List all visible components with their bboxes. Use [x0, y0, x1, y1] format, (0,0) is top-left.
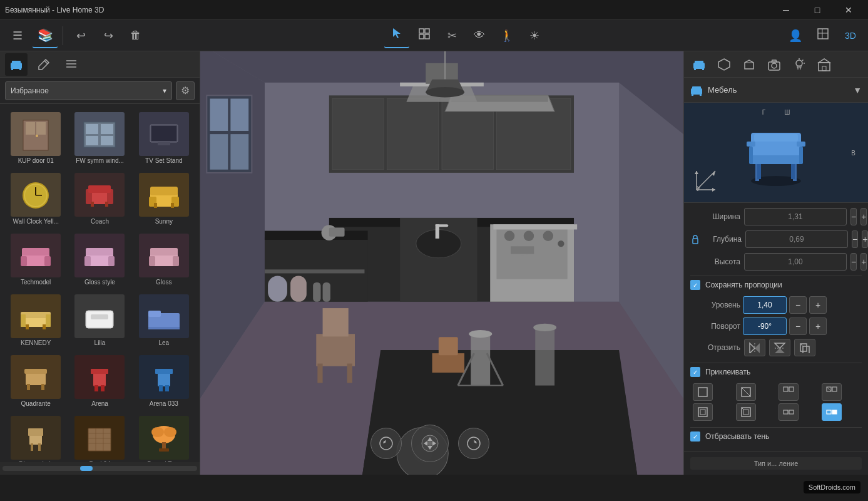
library-settings-button[interactable]: ⚙: [176, 81, 195, 100]
select-button[interactable]: [384, 23, 409, 48]
rotation-increment[interactable]: +: [809, 318, 827, 335]
width-increment[interactable]: +: [860, 208, 867, 225]
3d-button[interactable]: 3D: [838, 23, 863, 48]
scrollbar-track[interactable]: [3, 466, 197, 471]
item-tv-stand[interactable]: TV Set Stand: [133, 109, 195, 167]
depth-increment[interactable]: +: [862, 230, 868, 248]
viewport[interactable]: [200, 51, 683, 475]
height-input[interactable]: [744, 253, 847, 271]
sun-button[interactable]: ☀: [522, 23, 547, 48]
item-puni-04[interactable]: Puni 04: [69, 413, 130, 462]
item-dinner-chair[interactable]: Dinner chair: [5, 413, 66, 462]
snap-4[interactable]: [822, 383, 842, 401]
redo-button[interactable]: ↪: [96, 23, 121, 48]
item-lea[interactable]: Lea: [133, 291, 195, 349]
svg-rect-203: [692, 93, 693, 96]
snap-checkbox[interactable]: ✓: [690, 367, 700, 377]
category-dropdown[interactable]: Избранное ▾: [5, 81, 172, 100]
undo-button[interactable]: ↩: [68, 23, 93, 48]
rotation-input[interactable]: [743, 318, 787, 335]
item-techmodel[interactable]: Techmodel: [5, 230, 66, 289]
snap-8[interactable]: [822, 403, 842, 421]
shadow-checkbox[interactable]: ✓: [690, 431, 700, 442]
main-toolbar: ☰ 📚 ↩ ↪ 🗑 ✂ 👁 🚶 ☀ 👤: [0, 20, 868, 51]
item-lilia[interactable]: Lilia: [69, 291, 130, 349]
item-quadrante[interactable]: Quadrante: [5, 352, 66, 410]
nav-move[interactable]: [411, 425, 449, 462]
delete-button[interactable]: 🗑: [123, 23, 148, 48]
minimize-button[interactable]: ─: [772, 0, 800, 20]
svg-rect-107: [387, 99, 439, 170]
snap-1[interactable]: [693, 383, 713, 401]
menu-button[interactable]: ☰: [5, 23, 30, 48]
snap-6[interactable]: [736, 403, 756, 421]
scissors-button[interactable]: ✂: [439, 23, 464, 48]
snap-5[interactable]: [693, 403, 713, 421]
type-button[interactable]: Тип и... ление: [690, 457, 862, 470]
proportions-label: Сохранять пропорции: [705, 281, 782, 289]
svg-rect-43: [171, 203, 174, 208]
camera-tab[interactable]: [763, 53, 785, 76]
height-decrement[interactable]: −: [850, 253, 857, 271]
maximize-button[interactable]: □: [803, 0, 832, 20]
lighting-tab[interactable]: [788, 53, 810, 76]
item-label: Lea: [136, 339, 191, 346]
walk-button[interactable]: 🚶: [494, 23, 519, 48]
reflect-v-button[interactable]: [769, 339, 790, 356]
depth-input[interactable]: [745, 230, 848, 248]
snap-2[interactable]: [736, 383, 756, 401]
structure-tab[interactable]: [713, 53, 735, 76]
panel-scrollbar[interactable]: [0, 462, 200, 475]
list-tab[interactable]: [60, 53, 83, 76]
item-thumbnail: [11, 355, 61, 399]
svg-marker-227: [775, 343, 785, 348]
material-tab[interactable]: [738, 53, 760, 76]
nav-rotate-left[interactable]: [370, 428, 402, 459]
depth-decrement[interactable]: −: [852, 230, 858, 248]
item-coach[interactable]: Coach: [69, 170, 130, 228]
reflect-h-button[interactable]: [744, 339, 765, 356]
level-input[interactable]: [743, 296, 787, 314]
item-arena[interactable]: Arena: [69, 352, 130, 410]
proportions-lock-icon[interactable]: [690, 234, 700, 244]
scrollbar-thumb[interactable]: [80, 466, 93, 471]
close-button[interactable]: ✕: [834, 0, 863, 20]
reflect-copy-button[interactable]: [794, 339, 815, 356]
item-gloss[interactable]: Gloss: [133, 230, 195, 289]
item-thumbnail: [139, 416, 189, 460]
level-decrement[interactable]: −: [789, 296, 807, 314]
snap-7[interactable]: [779, 403, 799, 421]
library-button[interactable]: 📚: [33, 23, 58, 48]
item-kennedy[interactable]: KENNEDY: [5, 291, 66, 349]
person-button[interactable]: 👤: [783, 23, 808, 48]
nav-rotate-right[interactable]: [458, 428, 489, 459]
level-increment[interactable]: +: [809, 296, 827, 314]
properties-panel: Ширина − + Глубина − + Высота − +: [684, 203, 868, 452]
item-fw-window[interactable]: FW symm wind...: [69, 109, 130, 167]
item-gloss-style[interactable]: Gloss style: [69, 230, 130, 289]
furniture-props-tab[interactable]: [688, 53, 710, 76]
edit-tab[interactable]: [33, 53, 55, 76]
item-kup-door[interactable]: KUP door 01: [5, 109, 66, 167]
item-sunny[interactable]: Sunny: [133, 170, 195, 228]
width-decrement[interactable]: −: [850, 208, 857, 225]
item-arena-033[interactable]: Arena 033: [133, 352, 195, 410]
item-wall-clock[interactable]: Wall Clock Yell...: [5, 170, 66, 228]
svg-marker-222: [712, 188, 715, 192]
svg-point-92: [164, 427, 176, 437]
height-increment[interactable]: +: [860, 253, 867, 271]
eye-button[interactable]: 👁: [467, 23, 492, 48]
section-dropdown-btn[interactable]: ▼: [853, 85, 862, 95]
rotation-decrement[interactable]: −: [789, 318, 807, 335]
proportions-checkbox[interactable]: ✓: [690, 280, 700, 290]
snap-3[interactable]: [779, 383, 799, 401]
room-tab[interactable]: [813, 53, 835, 76]
furniture-tab[interactable]: [5, 53, 28, 76]
svg-line-235: [742, 388, 750, 396]
item-bonsai-tree[interactable]: Bonsai Tree: [133, 413, 195, 462]
width-input[interactable]: [744, 208, 847, 225]
plan-button[interactable]: [810, 23, 835, 48]
svg-rect-36: [91, 202, 94, 207]
arrange-button[interactable]: [412, 23, 437, 48]
svg-rect-51: [108, 256, 115, 266]
